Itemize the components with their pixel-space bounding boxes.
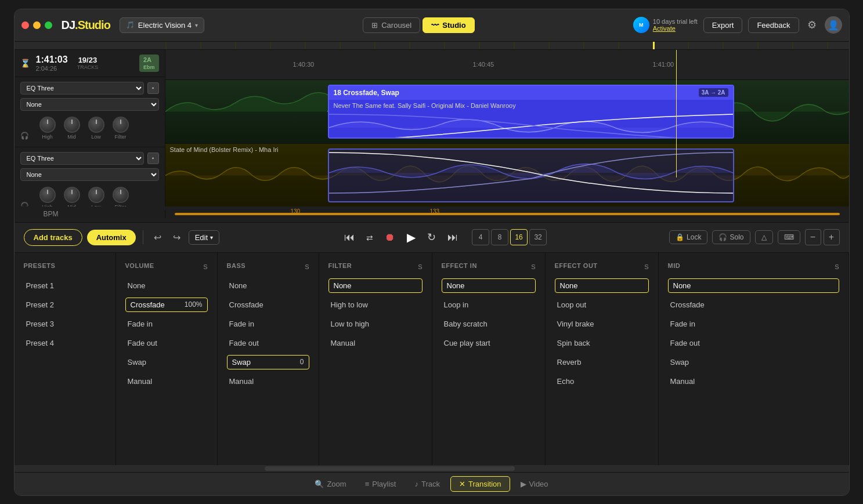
effect-out-vinylbrake-option[interactable]: Vinyl brake <box>555 317 649 331</box>
track1-none-select[interactable]: None <box>20 98 159 111</box>
effect-out-loopout-option[interactable]: Loop out <box>555 298 649 312</box>
track2-mid-knob[interactable] <box>64 187 80 203</box>
track1-high-knob[interactable] <box>39 117 56 133</box>
volume-manual-option[interactable]: Manual <box>125 374 208 389</box>
track1-filter-knob[interactable] <box>113 117 129 133</box>
record-button[interactable]: ⏺ <box>382 229 398 246</box>
settings-button[interactable]: ⚙ <box>805 16 819 34</box>
track1-waveform[interactable]: 18 Crossfade, Swap 3A → 2A Never The Sam… <box>165 80 849 144</box>
track2-none-select[interactable]: None <box>20 168 159 181</box>
preset1-item[interactable]: Preset 1 <box>24 278 106 293</box>
mid-swap-option[interactable]: Swap <box>668 355 839 369</box>
effect-out-reverb-option[interactable]: Reverb <box>555 355 649 369</box>
volume-s-button[interactable]: S <box>203 263 207 270</box>
beat32-button[interactable]: 32 <box>529 229 547 245</box>
track1-headphone-icon[interactable]: 🎧 <box>20 132 29 140</box>
filter-manual-option[interactable]: Manual <box>328 336 423 350</box>
tab-playlist[interactable]: ≡ Playlist <box>357 477 405 491</box>
play-button[interactable]: ▶ <box>405 228 418 246</box>
skip-forward-button[interactable]: ⏭ <box>445 229 460 246</box>
close-button[interactable] <box>21 21 29 29</box>
transition-block[interactable]: 18 Crossfade, Swap 3A → 2A Never The Sam… <box>328 85 734 139</box>
triangle-button[interactable]: △ <box>755 230 773 244</box>
redo-button[interactable]: ↪ <box>169 230 184 245</box>
effect-in-s-button[interactable]: S <box>531 263 535 270</box>
volume-fadein-option[interactable]: Fade in <box>125 317 208 331</box>
undo-button[interactable]: ↩ <box>150 230 165 245</box>
beat16-button[interactable]: 16 <box>510 229 528 245</box>
bass-crossfade-option[interactable]: Crossfade <box>227 298 309 312</box>
studio-mode-button[interactable]: 〰 Studio <box>423 17 474 33</box>
effect-in-babyscratch-option[interactable]: Baby scratch <box>442 317 536 331</box>
skip-back-button[interactable]: ⏮ <box>342 229 357 246</box>
lock-button[interactable]: 🔒 Lock <box>669 230 707 244</box>
mid-none-option[interactable]: None <box>668 278 839 293</box>
feedback-button[interactable]: Feedback <box>748 17 799 33</box>
tab-video[interactable]: ▶ Video <box>512 477 557 491</box>
keyboard-button[interactable]: ⌨ <box>778 230 800 244</box>
effect-out-spinback-option[interactable]: Spin back <box>555 336 649 350</box>
mid-fadein-option[interactable]: Fade in <box>668 317 839 331</box>
bass-manual-option[interactable]: Manual <box>227 374 309 389</box>
effect-in-loopin-option[interactable]: Loop in <box>442 298 536 312</box>
effect-out-echo-option[interactable]: Echo <box>555 374 649 389</box>
track1-eq-toggle[interactable]: ▪ <box>147 82 159 94</box>
track2-transition-block[interactable] <box>328 148 734 202</box>
effect-in-none-option[interactable]: None <box>442 278 536 293</box>
effect-out-none-option[interactable]: None <box>555 278 649 293</box>
edit-button[interactable]: Edit ▾ <box>189 230 219 245</box>
add-tracks-button[interactable]: Add tracks <box>24 229 82 246</box>
volume-fadeout-option[interactable]: Fade out <box>125 336 208 350</box>
zoom-out-button[interactable]: − <box>805 229 821 245</box>
zoom-in-button[interactable]: + <box>824 229 840 245</box>
effect-out-s-button[interactable]: S <box>644 263 648 270</box>
volume-none-option[interactable]: None <box>125 278 208 293</box>
track2-filter-knob[interactable] <box>113 187 129 203</box>
minimize-button[interactable] <box>33 21 41 29</box>
maximize-button[interactable] <box>45 21 52 29</box>
mid-s-button[interactable]: S <box>835 263 839 270</box>
effect-in-cueplay-option[interactable]: Cue play start <box>442 336 536 350</box>
track2-waveform[interactable]: State of Mind (Bolster Remix) - Mha Iri <box>165 144 849 206</box>
preset2-item[interactable]: Preset 2 <box>24 298 106 312</box>
preset3-item[interactable]: Preset 3 <box>24 317 106 331</box>
volume-swap-option[interactable]: Swap <box>125 355 208 369</box>
track1-low-knob[interactable] <box>88 117 104 133</box>
tab-track[interactable]: ♪ Track <box>406 477 448 491</box>
track2-eq-toggle[interactable]: ▪ <box>147 153 159 164</box>
filter-s-button[interactable]: S <box>418 263 422 270</box>
preset4-item[interactable]: Preset 4 <box>24 336 106 350</box>
activate-link[interactable]: Activate <box>653 25 698 32</box>
carousel-mode-button[interactable]: ⊞ Carousel <box>363 17 420 33</box>
volume-crossfade-option[interactable]: Crossfade 100% <box>125 298 208 312</box>
filter-high-to-low-option[interactable]: High to low <box>328 298 423 312</box>
shuffle-button[interactable]: ⇄ <box>364 229 375 246</box>
mid-manual-option[interactable]: Manual <box>668 374 839 389</box>
avatar[interactable]: 👤 <box>825 16 842 34</box>
filter-none-option[interactable]: None <box>328 278 423 293</box>
beat4-button[interactable]: 4 <box>472 229 489 245</box>
tab-transition[interactable]: ✕ Transition <box>450 476 510 492</box>
scrollbar-thumb[interactable] <box>265 466 515 471</box>
automix-button[interactable]: Automix <box>87 230 136 245</box>
track1-mid-knob[interactable] <box>64 117 80 133</box>
project-selector[interactable]: 🎵 Electric Vision 4 ▾ <box>120 17 204 33</box>
track2-low-knob[interactable] <box>88 187 104 203</box>
export-button[interactable]: Export <box>703 17 743 33</box>
loop-button[interactable]: ↻ <box>425 229 438 246</box>
mid-crossfade-option[interactable]: Crossfade <box>668 298 839 312</box>
bass-none-option[interactable]: None <box>227 278 309 293</box>
track2-high-knob[interactable] <box>39 187 56 203</box>
bass-swap-option[interactable]: Swap 0 <box>227 355 309 369</box>
scrollbar-area[interactable] <box>15 465 849 472</box>
solo-button[interactable]: 🎧 Solo <box>712 230 750 244</box>
track1-eq-select[interactable]: EQ Three <box>20 82 144 95</box>
mid-fadeout-option[interactable]: Fade out <box>668 336 839 350</box>
bass-fadein-option[interactable]: Fade in <box>227 317 309 331</box>
tab-zoom[interactable]: 🔍 Zoom <box>306 477 354 491</box>
bass-fadeout-option[interactable]: Fade out <box>227 336 309 350</box>
track2-eq-select[interactable]: EQ Three <box>20 152 144 165</box>
bass-s-button[interactable]: S <box>305 263 309 270</box>
beat8-button[interactable]: 8 <box>491 229 508 245</box>
filter-low-to-high-option[interactable]: Low to high <box>328 317 423 331</box>
